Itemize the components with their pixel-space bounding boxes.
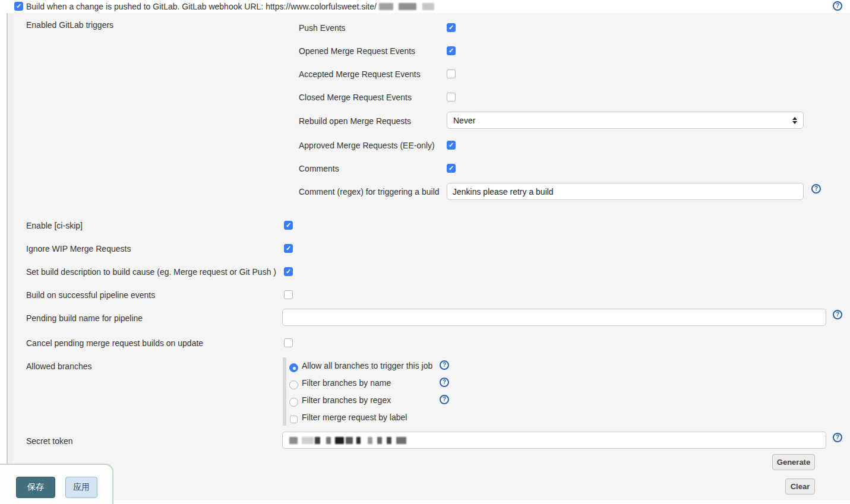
filter-branches-by-name-radio[interactable] xyxy=(289,381,298,389)
cancel-pending-label: Cancel pending merge request builds on u… xyxy=(26,338,203,348)
pipeline-events-label: Build on successful pipeline events xyxy=(26,290,155,300)
redacted-url-part xyxy=(399,3,416,10)
enabled-triggers-label: Enabled GitLab triggers xyxy=(26,20,113,30)
header-label: Build when a change is pushed to GitLab.… xyxy=(26,2,377,11)
cancel-pending-checkbox[interactable] xyxy=(284,338,293,347)
accepted-mr-events-label: Accepted Merge Request Events xyxy=(299,69,421,80)
approved-mr-checkbox[interactable] xyxy=(447,141,456,150)
help-icon[interactable]: ? xyxy=(440,360,449,370)
section-indent-line xyxy=(7,0,8,500)
build-description-checkbox[interactable] xyxy=(284,267,293,276)
help-icon[interactable]: ? xyxy=(440,395,449,404)
push-events-label: Push Events xyxy=(299,23,346,33)
clear-button[interactable]: Clear xyxy=(785,478,815,495)
apply-button[interactable]: 应用 xyxy=(65,477,97,498)
redacted-token-part xyxy=(377,437,382,444)
pending-build-name-label: Pending build name for pipeline xyxy=(26,313,143,324)
filter-mr-by-label-label: Filter merge request by label xyxy=(302,412,407,423)
gitlab-trigger-config-page: Build when a change is pushed to GitLab.… xyxy=(0,0,850,504)
closed-mr-events-label: Closed Merge Request Events xyxy=(299,92,412,103)
header-label-row: Build when a change is pushed to GitLab.… xyxy=(26,0,434,13)
redacted-url-part xyxy=(422,3,434,10)
push-events-checkbox[interactable] xyxy=(447,23,456,32)
allowed-branches-label: Allowed branches xyxy=(26,361,92,372)
build-on-push-checkbox[interactable] xyxy=(14,2,23,11)
rebuild-open-mr-label: Rebuild open Merge Requests xyxy=(299,116,411,126)
allow-all-branches-label: Allow all branches to trigger this job xyxy=(302,360,432,371)
filter-branches-by-name-label: Filter branches by name xyxy=(302,378,391,388)
redacted-token-part xyxy=(356,437,361,444)
pipeline-events-checkbox[interactable] xyxy=(284,290,293,299)
comments-label: Comments xyxy=(299,163,339,174)
nested-section-bar xyxy=(283,357,286,426)
ignore-wip-checkbox[interactable] xyxy=(284,244,293,253)
content-background xyxy=(8,13,850,500)
comment-regex-input[interactable] xyxy=(447,183,804,200)
secret-token-label: Secret token xyxy=(26,436,73,446)
help-icon[interactable]: ? xyxy=(440,378,449,387)
build-description-label: Set build description to build cause (eg… xyxy=(26,267,276,277)
accepted-mr-events-checkbox[interactable] xyxy=(447,69,456,78)
ci-skip-checkbox[interactable] xyxy=(284,221,293,230)
filter-mr-by-label-checkbox[interactable] xyxy=(290,416,298,423)
select-spinner-icon xyxy=(792,117,797,124)
allow-all-branches-radio[interactable] xyxy=(289,363,298,372)
generate-button[interactable]: Generate xyxy=(772,454,815,470)
redacted-token-part xyxy=(368,437,372,444)
ignore-wip-label: Ignore WIP Merge Requests xyxy=(26,243,131,254)
ci-skip-label: Enable [ci-skip] xyxy=(26,220,83,231)
comment-regex-label: Comment (regex) for triggering a build xyxy=(299,186,440,197)
redacted-token-part xyxy=(302,437,314,444)
opened-mr-events-checkbox[interactable] xyxy=(447,46,456,55)
redacted-token-part xyxy=(387,437,391,444)
redacted-token-part xyxy=(289,437,298,444)
help-icon[interactable]: ? xyxy=(833,1,842,11)
save-button[interactable]: 保存 xyxy=(16,477,55,498)
redacted-token-part xyxy=(335,437,344,444)
comments-checkbox[interactable] xyxy=(447,164,456,173)
rebuild-select-value: Never xyxy=(453,116,792,125)
pending-build-name-input[interactable] xyxy=(282,309,826,326)
help-icon[interactable]: ? xyxy=(833,433,842,442)
opened-mr-events-label: Opened Merge Request Events xyxy=(299,46,415,56)
closed-mr-events-checkbox[interactable] xyxy=(447,93,456,102)
filter-branches-by-regex-label: Filter branches by regex xyxy=(302,395,391,405)
secret-token-input[interactable] xyxy=(282,432,826,449)
rebuild-open-mr-select[interactable]: Never xyxy=(447,112,804,129)
redacted-token-part xyxy=(315,437,320,444)
help-icon[interactable]: ? xyxy=(811,184,821,194)
filter-branches-by-regex-radio[interactable] xyxy=(289,398,298,407)
section-gutter-strip xyxy=(8,13,13,500)
help-icon[interactable]: ? xyxy=(833,310,842,319)
redacted-token-part xyxy=(326,437,331,444)
redacted-url-part xyxy=(379,3,393,10)
redacted-token-part xyxy=(396,437,406,444)
redacted-token-part xyxy=(346,437,353,444)
approved-mr-label: Approved Merge Requests (EE-only) xyxy=(299,140,435,151)
